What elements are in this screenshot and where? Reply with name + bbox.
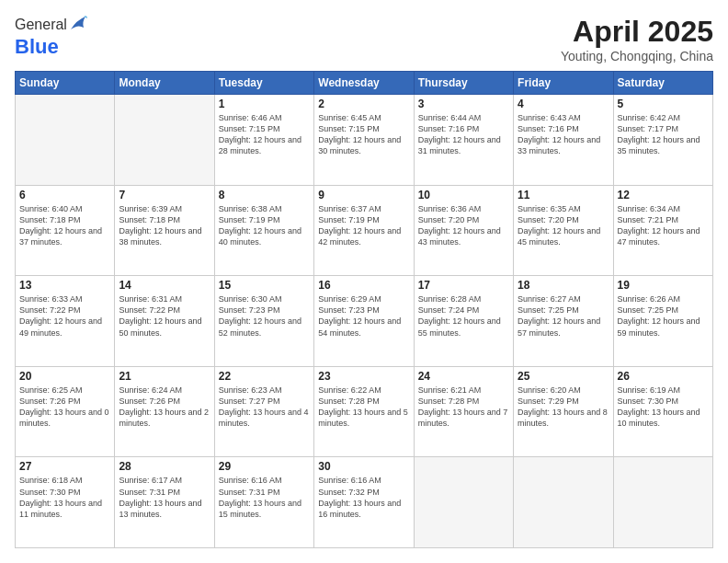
day-info: Sunrise: 6:45 AM Sunset: 7:15 PM Dayligh… — [318, 112, 409, 157]
day-number: 29 — [219, 460, 310, 473]
day-info: Sunrise: 6:31 AM Sunset: 7:22 PM Dayligh… — [119, 293, 210, 339]
day-info: Sunrise: 6:28 AM Sunset: 7:24 PM Dayligh… — [418, 293, 509, 339]
day-info: Sunrise: 6:38 AM Sunset: 7:19 PM Dayligh… — [219, 203, 310, 248]
day-cell: 27Sunrise: 6:18 AM Sunset: 7:30 PM Dayli… — [16, 457, 115, 548]
month-title: April 2025 — [561, 15, 713, 49]
logo-general: General — [15, 17, 67, 33]
logo-blue: Blue — [15, 35, 59, 58]
day-cell: 23Sunrise: 6:22 AM Sunset: 7:28 PM Dayli… — [314, 366, 414, 457]
weekday-header-sunday: Sunday — [16, 72, 115, 95]
day-cell: 26Sunrise: 6:19 AM Sunset: 7:30 PM Dayli… — [613, 366, 712, 457]
day-number: 23 — [318, 370, 409, 383]
weekday-header-row: SundayMondayTuesdayWednesdayThursdayFrid… — [16, 72, 713, 95]
day-number: 26 — [618, 370, 709, 383]
day-number: 16 — [318, 279, 409, 292]
day-number: 15 — [219, 279, 310, 292]
day-number: 19 — [618, 279, 709, 292]
day-number: 9 — [318, 189, 409, 201]
day-cell — [16, 95, 115, 186]
day-cell: 6Sunrise: 6:40 AM Sunset: 7:18 PM Daylig… — [16, 185, 115, 276]
day-info: Sunrise: 6:25 AM Sunset: 7:26 PM Dayligh… — [19, 385, 110, 430]
day-cell: 29Sunrise: 6:16 AM Sunset: 7:31 PM Dayli… — [214, 457, 313, 548]
day-cell: 5Sunrise: 6:42 AM Sunset: 7:17 PM Daylig… — [613, 95, 712, 186]
day-info: Sunrise: 6:18 AM Sunset: 7:30 PM Dayligh… — [19, 475, 110, 520]
day-number: 12 — [618, 189, 709, 201]
day-number: 27 — [19, 460, 110, 473]
day-cell: 24Sunrise: 6:21 AM Sunset: 7:28 PM Dayli… — [414, 366, 513, 457]
day-info: Sunrise: 6:16 AM Sunset: 7:32 PM Dayligh… — [318, 475, 409, 520]
day-cell: 28Sunrise: 6:17 AM Sunset: 7:31 PM Dayli… — [115, 457, 214, 548]
day-info: Sunrise: 6:37 AM Sunset: 7:19 PM Dayligh… — [318, 203, 409, 248]
day-info: Sunrise: 6:35 AM Sunset: 7:20 PM Dayligh… — [518, 203, 609, 248]
day-cell: 4Sunrise: 6:43 AM Sunset: 7:16 PM Daylig… — [514, 95, 613, 186]
header: General Blue April 2025 Youting, Chongqi… — [15, 15, 713, 63]
weekday-header-tuesday: Tuesday — [214, 72, 313, 95]
day-cell: 20Sunrise: 6:25 AM Sunset: 7:26 PM Dayli… — [16, 366, 115, 457]
page: General Blue April 2025 Youting, Chongqi… — [0, 0, 728, 563]
logo: General Blue — [15, 15, 87, 59]
day-number: 6 — [19, 189, 110, 201]
day-number: 28 — [119, 460, 210, 473]
week-row-2: 6Sunrise: 6:40 AM Sunset: 7:18 PM Daylig… — [16, 185, 713, 276]
day-number: 10 — [418, 189, 509, 201]
week-row-1: 1Sunrise: 6:46 AM Sunset: 7:15 PM Daylig… — [16, 95, 713, 186]
day-number: 7 — [119, 189, 210, 201]
logo-bird-icon — [69, 13, 87, 35]
day-cell: 14Sunrise: 6:31 AM Sunset: 7:22 PM Dayli… — [115, 276, 214, 367]
day-number: 11 — [518, 189, 609, 201]
weekday-header-friday: Friday — [514, 72, 613, 95]
day-info: Sunrise: 6:29 AM Sunset: 7:23 PM Dayligh… — [318, 293, 409, 339]
day-info: Sunrise: 6:20 AM Sunset: 7:29 PM Dayligh… — [518, 385, 609, 430]
day-cell: 22Sunrise: 6:23 AM Sunset: 7:27 PM Dayli… — [214, 366, 313, 457]
day-number: 2 — [318, 98, 409, 110]
day-cell: 2Sunrise: 6:45 AM Sunset: 7:15 PM Daylig… — [314, 95, 414, 186]
day-number: 8 — [219, 189, 310, 201]
day-info: Sunrise: 6:43 AM Sunset: 7:16 PM Dayligh… — [518, 112, 609, 157]
day-number: 24 — [418, 370, 509, 383]
week-row-3: 13Sunrise: 6:33 AM Sunset: 7:22 PM Dayli… — [16, 276, 713, 367]
day-number: 5 — [618, 98, 709, 110]
day-number: 18 — [518, 279, 609, 292]
day-cell — [514, 457, 613, 548]
day-cell: 13Sunrise: 6:33 AM Sunset: 7:22 PM Dayli… — [16, 276, 115, 367]
day-cell: 17Sunrise: 6:28 AM Sunset: 7:24 PM Dayli… — [414, 276, 513, 367]
location: Youting, Chongqing, China — [561, 49, 713, 63]
day-cell: 8Sunrise: 6:38 AM Sunset: 7:19 PM Daylig… — [214, 185, 313, 276]
day-number: 14 — [119, 279, 210, 292]
day-cell: 18Sunrise: 6:27 AM Sunset: 7:25 PM Dayli… — [514, 276, 613, 367]
day-info: Sunrise: 6:36 AM Sunset: 7:20 PM Dayligh… — [418, 203, 509, 248]
weekday-header-monday: Monday — [115, 72, 214, 95]
day-info: Sunrise: 6:34 AM Sunset: 7:21 PM Dayligh… — [618, 203, 709, 248]
day-cell: 25Sunrise: 6:20 AM Sunset: 7:29 PM Dayli… — [514, 366, 613, 457]
day-cell — [115, 95, 214, 186]
day-info: Sunrise: 6:24 AM Sunset: 7:26 PM Dayligh… — [119, 385, 210, 430]
day-number: 25 — [518, 370, 609, 383]
day-cell: 21Sunrise: 6:24 AM Sunset: 7:26 PM Dayli… — [115, 366, 214, 457]
day-info: Sunrise: 6:21 AM Sunset: 7:28 PM Dayligh… — [418, 385, 509, 430]
day-info: Sunrise: 6:27 AM Sunset: 7:25 PM Dayligh… — [518, 293, 609, 339]
day-cell: 16Sunrise: 6:29 AM Sunset: 7:23 PM Dayli… — [314, 276, 414, 367]
day-cell: 9Sunrise: 6:37 AM Sunset: 7:19 PM Daylig… — [314, 185, 414, 276]
calendar-table: SundayMondayTuesdayWednesdayThursdayFrid… — [15, 71, 713, 548]
title-block: April 2025 Youting, Chongqing, China — [561, 15, 713, 63]
week-row-4: 20Sunrise: 6:25 AM Sunset: 7:26 PM Dayli… — [16, 366, 713, 457]
week-row-5: 27Sunrise: 6:18 AM Sunset: 7:30 PM Dayli… — [16, 457, 713, 548]
day-info: Sunrise: 6:30 AM Sunset: 7:23 PM Dayligh… — [219, 293, 310, 339]
day-info: Sunrise: 6:42 AM Sunset: 7:17 PM Dayligh… — [618, 112, 709, 157]
logo-text-block: General Blue — [15, 15, 87, 59]
day-cell: 15Sunrise: 6:30 AM Sunset: 7:23 PM Dayli… — [214, 276, 313, 367]
day-cell: 1Sunrise: 6:46 AM Sunset: 7:15 PM Daylig… — [214, 95, 313, 186]
day-info: Sunrise: 6:44 AM Sunset: 7:16 PM Dayligh… — [418, 112, 509, 157]
day-info: Sunrise: 6:33 AM Sunset: 7:22 PM Dayligh… — [19, 293, 110, 339]
day-number: 22 — [219, 370, 310, 383]
weekday-header-thursday: Thursday — [414, 72, 513, 95]
day-cell: 19Sunrise: 6:26 AM Sunset: 7:25 PM Dayli… — [613, 276, 712, 367]
weekday-header-saturday: Saturday — [613, 72, 712, 95]
day-cell: 30Sunrise: 6:16 AM Sunset: 7:32 PM Dayli… — [314, 457, 414, 548]
day-cell — [414, 457, 513, 548]
day-info: Sunrise: 6:40 AM Sunset: 7:18 PM Dayligh… — [19, 203, 110, 248]
day-number: 21 — [119, 370, 210, 383]
weekday-header-wednesday: Wednesday — [314, 72, 414, 95]
day-info: Sunrise: 6:39 AM Sunset: 7:18 PM Dayligh… — [119, 203, 210, 248]
day-info: Sunrise: 6:16 AM Sunset: 7:31 PM Dayligh… — [219, 475, 310, 520]
